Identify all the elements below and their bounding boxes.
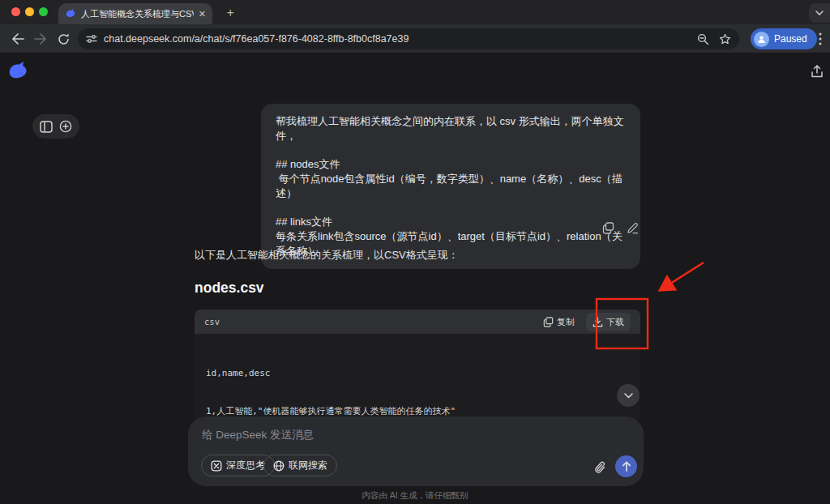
code-block: csv 复制 下载 id,name,desc 1,人工智能,"使机器能够执行通常… — [195, 310, 640, 421]
send-arrow-icon — [622, 461, 631, 472]
browser-menu-button[interactable] — [812, 31, 828, 47]
reload-button[interactable] — [55, 31, 71, 47]
back-button[interactable] — [10, 31, 26, 47]
copy-icon[interactable] — [602, 222, 614, 234]
code-line: id,name,desc — [206, 367, 629, 380]
code-language-label: csv — [204, 317, 537, 327]
tab-favicon-whale-icon — [65, 8, 76, 19]
bookmark-star-icon[interactable] — [719, 33, 731, 45]
window-zoom-button[interactable] — [39, 7, 48, 16]
profile-paused-button[interactable]: Paused — [751, 28, 817, 49]
ai-disclaimer: 内容由 AI 生成，请仔细甄别 — [0, 490, 830, 502]
chevron-down-icon — [815, 11, 824, 15]
edit-pencil-icon[interactable] — [627, 222, 639, 234]
window-minimize-button[interactable] — [25, 7, 34, 16]
composer-input[interactable]: 给 DeepSeek 发送消息 — [202, 428, 314, 442]
code-content: id,name,desc 1,人工智能,"使机器能够执行通常需要人类智能的任务的… — [195, 334, 640, 421]
deep-think-icon — [211, 460, 222, 472]
user-message-text: ## nodes文件 每个节点node包含属性id（编号，数字类型）、name（… — [276, 157, 626, 201]
copy-icon — [543, 317, 554, 327]
download-icon — [593, 317, 603, 327]
assistant-intro-text: 以下是人工智能相关概念的关系梳理，以CSV格式呈现： — [195, 248, 459, 263]
tab-title: 人工智能概念关系梳理与CSV输 — [81, 8, 194, 20]
code-block-header: csv 复制 下载 — [195, 310, 640, 334]
deep-think-label: 深度思考 — [226, 459, 265, 472]
web-search-toggle[interactable]: 联网搜索 — [263, 455, 337, 476]
download-label: 下载 — [606, 316, 624, 328]
browser-window: 人工智能概念关系梳理与CSV输 ✕ ＋ chat.deepseek.com/a/… — [0, 0, 830, 504]
forward-button[interactable] — [32, 31, 49, 47]
share-icon[interactable] — [811, 65, 824, 79]
tune-icon[interactable] — [86, 34, 97, 44]
web-search-label: 联网搜索 — [289, 459, 327, 472]
browser-tab[interactable]: 人工智能概念关系梳理与CSV输 ✕ — [58, 3, 212, 24]
globe-icon — [273, 460, 285, 472]
user-message-bubble: 帮我梳理人工智能相关概念之间的内在联系，以 csv 形式输出，两个单独文件， #… — [261, 104, 640, 269]
zoom-magnifier-icon[interactable] — [697, 33, 709, 45]
message-actions — [602, 222, 639, 234]
copy-label: 复制 — [557, 316, 575, 328]
avatar — [754, 32, 769, 47]
paused-label: Paused — [774, 33, 807, 45]
scroll-to-bottom-button[interactable] — [617, 384, 640, 407]
attach-paperclip-icon[interactable] — [594, 461, 606, 475]
code-copy-button[interactable]: 复制 — [537, 313, 581, 331]
message-composer[interactable]: 给 DeepSeek 发送消息 深度思考 联网搜索 — [188, 416, 644, 486]
annotation-arrow — [661, 263, 704, 289]
chevron-down-icon — [624, 393, 633, 399]
user-message-text: 帮我梳理人工智能相关概念之间的内在联系，以 csv 形式输出，两个单独文件， — [276, 114, 626, 143]
tab-search-button[interactable] — [809, 3, 830, 23]
window-close-button[interactable] — [11, 7, 20, 16]
code-download-button[interactable]: 下载 — [586, 313, 631, 331]
deepseek-whale-logo-icon[interactable] — [7, 61, 28, 82]
file-heading: nodes.csv — [195, 280, 264, 297]
send-button[interactable] — [615, 455, 637, 477]
